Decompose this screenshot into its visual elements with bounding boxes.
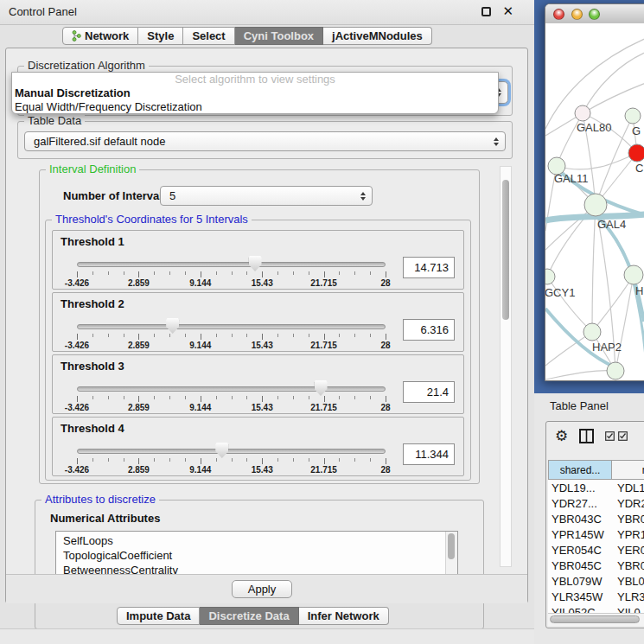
network-node-label: HAP2 [592,341,622,354]
slider-track[interactable] [77,262,386,267]
apply-button[interactable]: Apply [232,580,292,598]
slider-tick [293,334,294,337]
table-row[interactable]: YDR27...YDR2 [548,496,644,512]
tab-select[interactable]: Select [183,27,234,45]
network-node-g[interactable] [625,108,641,124]
checkbox-icons[interactable] [605,431,628,441]
network-canvas[interactable]: GAL80GCGAL11GAL4GCY1HHAP2 [545,23,644,381]
threshold-value-field[interactable]: 11.344 [403,443,455,465]
table-row[interactable]: YER054CYER0 [548,543,644,558]
bottom-tab-impute-data[interactable]: Impute Data [117,607,200,625]
network-edge[interactable] [583,49,644,113]
threshold-slider[interactable]: -3.4262.8599.14415.4321.71528 [77,355,386,415]
tab-jactivemnodules[interactable]: jActiveMNodules [323,27,432,45]
slider-tick [185,271,186,275]
algorithm-dropdown-popup: Select algorithm to view settings Manual… [11,72,499,114]
tab-label: Cyni Toolbox [244,27,314,45]
scrollbar-thumb[interactable] [550,615,640,623]
column-header-2[interactable]: na [612,460,644,480]
number-of-intervals-combobox[interactable]: 5 [160,186,373,206]
tab-style[interactable]: Style [138,27,183,45]
columns-icon[interactable] [579,429,594,443]
thresholds-list: Threshold 1-3.4262.8599.14415.4321.71528… [52,230,464,479]
dropdown-item-equal-width-frequency[interactable]: Equal Width/Frequency Discretization [12,100,498,114]
panel-scrollbar[interactable] [500,166,512,567]
scrollbar-thumb[interactable] [448,533,455,559]
column-header-1[interactable]: shared... [548,460,612,480]
dropdown-item-manual-discretization[interactable]: Manual Discretization [12,86,498,100]
slider-tick [232,396,233,399]
threshold-slider[interactable]: -3.4262.8599.14415.4321.71528 [77,293,386,353]
slider-track[interactable] [77,449,386,454]
slider-tick [124,271,124,275]
threshold-slider[interactable]: -3.4262.8599.14415.4321.71528 [77,418,386,477]
network-edge[interactable] [545,309,615,367]
slider-tick-label: 28 [380,403,390,412]
network-node-gcy1[interactable] [545,269,555,284]
network-node-h[interactable] [624,265,643,284]
network-graph[interactable]: GAL80GCGAL11GAL4GCY1HHAP2 [545,23,644,381]
network-node-hap2[interactable] [583,323,601,341]
threshold-value-field[interactable]: 21.4 [403,381,455,403]
slider-thumb[interactable] [215,443,228,458]
network-node-gal4[interactable] [584,194,607,216]
slider-tick [293,458,294,462]
attribute-list-item[interactable]: TopologicalCoefficient [56,548,457,563]
network-edge[interactable] [557,153,637,169]
slider-tick [370,458,371,462]
cell-shared-name: YBR045C [548,558,614,574]
cell-shared-name: YPR145W [548,527,614,543]
attribute-list-item[interactable]: SelfLoops [56,533,457,548]
cell-name: YDL1 [614,481,644,496]
slider-tick [185,396,186,399]
slider-tick-label: 2.859 [128,278,150,288]
network-node[interactable] [607,362,624,379]
tab-network[interactable]: Network [62,27,138,45]
scrollbar-thumb[interactable] [502,180,509,320]
slider-thumb[interactable] [315,380,328,396]
slider-thumb[interactable] [166,318,179,334]
float-window-icon[interactable] [481,7,491,16]
traffic-light-close-icon[interactable] [553,9,564,20]
table-row[interactable]: YBL079WYBL0 [548,574,644,590]
table-horizontal-scrollbar[interactable] [548,613,644,626]
tab-cyni-toolbox[interactable]: Cyni Toolbox [235,27,323,45]
network-edge[interactable] [592,275,634,332]
gear-icon[interactable]: ⚙ [555,427,568,444]
network-edge[interactable] [547,277,592,332]
slider-tick [386,396,386,402]
close-icon[interactable]: ✕ [502,3,513,19]
slider-tick [169,396,170,399]
threshold-item-1: Threshold 1-3.4262.8599.14415.4321.71528… [52,230,464,290]
table-row[interactable]: YBR045CYBR0 [548,558,644,574]
slider-tick-label: 15.43 [252,278,273,288]
slider-tick [185,458,186,462]
bottom-tab-discretize-data[interactable]: Discretize Data [200,607,298,625]
traffic-light-minimize-icon[interactable] [571,9,583,20]
slider-tick [277,396,278,399]
threshold-value-field[interactable]: 6.316 [403,319,455,341]
table-rows: YDL19...YDL1YDR27...YDR2YBR043CYBR0YPR14… [548,481,644,621]
network-edge[interactable] [545,371,615,379]
table-data-combobox[interactable]: galFiltered.sif default node [24,131,506,151]
table-row[interactable]: YPR145WYPR1 [548,527,644,543]
dropdown-placeholder-item[interactable]: Select algorithm to view settings [12,73,498,86]
cell-shared-name: YBL079W [548,574,614,590]
threshold-slider[interactable]: -3.4262.8599.14415.4321.71528 [77,231,386,290]
network-window-titlebar[interactable] [545,4,644,24]
traffic-light-zoom-icon[interactable] [589,9,600,20]
slider-tick [339,334,340,337]
slider-track[interactable] [77,324,386,329]
network-node-c[interactable] [628,144,644,162]
slider-tick [201,458,201,464]
slider-tick [386,271,386,277]
network-node-gal80[interactable] [575,105,590,121]
network-edge[interactable] [592,205,596,332]
table-row[interactable]: YLR345WYLR3 [548,590,644,605]
table-row[interactable]: YBR043CYBR0 [548,512,644,527]
threshold-value-field[interactable]: 14.713 [403,257,455,278]
slider-thumb[interactable] [249,256,262,271]
table-row[interactable]: YDL19...YDL1 [548,481,644,496]
slider-track[interactable] [77,386,386,392]
bottom-tab-infer-network[interactable]: Infer Network [299,607,389,625]
